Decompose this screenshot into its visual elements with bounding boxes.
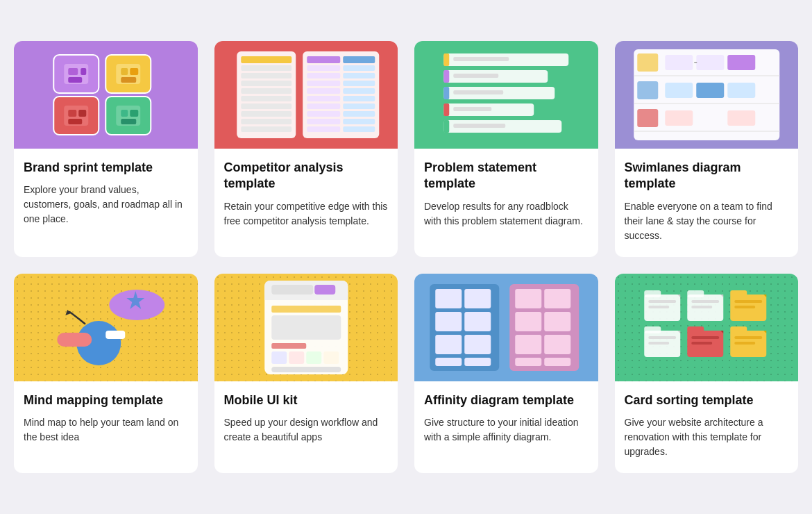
svg-rect-136: [687, 326, 704, 333]
svg-rect-86: [105, 331, 125, 339]
svg-rect-19: [121, 119, 136, 124]
svg-rect-99: [323, 351, 339, 364]
svg-rect-75: [696, 55, 724, 70]
svg-rect-44: [307, 103, 340, 109]
svg-rect-72: [637, 81, 658, 99]
svg-rect-43: [343, 96, 375, 101]
svg-rect-65: [453, 107, 491, 111]
card-swimlanes[interactable]: Swimlanes diagram template Enable everyo…: [615, 41, 799, 257]
card-mobile-ui[interactable]: Mobile UI kit Speed up your design workf…: [214, 274, 398, 473]
svg-rect-36: [307, 73, 340, 78]
svg-rect-105: [435, 312, 462, 331]
svg-rect-58: [443, 70, 449, 83]
svg-rect-60: [443, 103, 449, 116]
svg-rect-26: [241, 88, 291, 94]
card-desc-competitor: Retain your competitive edge with this f…: [224, 199, 389, 229]
card-image-mind-mapping: [14, 274, 198, 381]
card-affinity-diagram[interactable]: Affinity diagram template Give structure…: [414, 274, 598, 473]
svg-rect-9: [81, 68, 86, 75]
card-body-card-sorting: Card sorting template Give your website …: [615, 381, 799, 473]
svg-rect-133: [648, 336, 676, 339]
svg-rect-42: [307, 96, 340, 101]
svg-rect-79: [727, 83, 755, 98]
svg-rect-91: [271, 285, 313, 295]
svg-rect-21: [303, 51, 379, 138]
svg-rect-97: [289, 351, 304, 364]
svg-rect-8: [68, 68, 78, 75]
svg-rect-20: [237, 51, 296, 138]
svg-rect-118: [544, 358, 570, 366]
svg-rect-12: [130, 68, 138, 75]
card-body-competitor: Competitor analysis template Retain your…: [214, 149, 398, 242]
svg-rect-117: [515, 358, 541, 366]
svg-rect-104: [464, 289, 491, 308]
svg-rect-120: [644, 290, 661, 297]
card-title-brand-sprint: Brand sprint template: [24, 160, 188, 176]
svg-rect-93: [271, 306, 341, 313]
svg-rect-94: [271, 315, 341, 340]
svg-rect-132: [644, 326, 661, 333]
card-desc-card-sorting: Give your website architecture a renovat…: [625, 415, 789, 459]
svg-rect-24: [241, 73, 291, 78]
svg-rect-78: [696, 83, 724, 98]
svg-rect-40: [307, 88, 340, 94]
card-title-card-sorting: Card sorting template: [625, 392, 789, 408]
svg-rect-45: [343, 103, 375, 109]
svg-rect-59: [443, 87, 449, 99]
card-body-problem: Problem statement template Develop resul…: [414, 149, 598, 242]
svg-rect-61: [443, 120, 449, 133]
svg-rect-15: [78, 110, 86, 117]
svg-rect-76: [727, 55, 755, 70]
card-body-brand-sprint: Brand sprint template Explore your brand…: [14, 149, 198, 240]
template-grid: Brand sprint template Explore your brand…: [14, 41, 798, 473]
svg-rect-142: [734, 342, 755, 345]
card-image-competitor: [214, 41, 398, 149]
svg-rect-109: [435, 358, 462, 366]
card-desc-affinity: Give structure to your initial ideation …: [424, 415, 589, 445]
svg-rect-47: [343, 111, 375, 117]
svg-rect-95: [271, 343, 306, 349]
svg-rect-63: [453, 74, 498, 78]
svg-rect-74: [665, 55, 693, 70]
svg-rect-50: [307, 126, 340, 132]
svg-rect-51: [343, 126, 375, 132]
card-desc-brand-sprint: Explore your brand values, customers, go…: [24, 183, 188, 226]
svg-rect-77: [665, 83, 693, 98]
svg-rect-57: [443, 53, 449, 66]
svg-rect-130: [734, 306, 755, 308]
svg-rect-49: [343, 119, 375, 124]
svg-rect-39: [343, 81, 375, 86]
svg-rect-106: [464, 312, 491, 331]
card-desc-problem: Develop results for any roadblock with t…: [424, 199, 589, 229]
svg-rect-62: [453, 57, 509, 61]
card-desc-mobile-ui: Speed up your design workflow and create…: [224, 415, 389, 445]
card-card-sorting[interactable]: Card sorting template Give your website …: [615, 274, 799, 473]
svg-rect-81: [727, 110, 755, 126]
card-brand-sprint[interactable]: Brand sprint template Explore your brand…: [14, 41, 198, 257]
svg-rect-25: [241, 81, 291, 86]
svg-rect-32: [307, 56, 340, 63]
card-mind-mapping[interactable]: Mind mapping template Mind map to help y…: [14, 274, 198, 473]
svg-rect-111: [515, 289, 541, 308]
svg-rect-107: [435, 335, 462, 354]
card-title-affinity: Affinity diagram template: [424, 392, 589, 408]
svg-rect-22: [241, 56, 291, 63]
card-title-problem: Problem statement template: [424, 160, 589, 192]
svg-rect-23: [241, 65, 291, 71]
svg-rect-11: [121, 68, 128, 75]
card-image-swimlanes: [615, 41, 799, 149]
svg-rect-46: [307, 111, 340, 117]
card-competitor-analysis[interactable]: Competitor analysis template Retain your…: [214, 41, 398, 257]
card-image-brand-sprint: [14, 41, 198, 149]
svg-rect-121: [648, 300, 676, 303]
svg-rect-126: [691, 306, 712, 308]
card-problem-statement[interactable]: Problem statement template Develop resul…: [414, 41, 598, 257]
svg-rect-115: [515, 335, 541, 354]
card-image-card-sorting: [615, 274, 799, 381]
svg-rect-13: [121, 77, 136, 83]
svg-rect-30: [241, 119, 291, 124]
svg-rect-18: [130, 110, 138, 117]
svg-rect-41: [343, 88, 375, 94]
svg-rect-31: [241, 126, 291, 132]
svg-rect-66: [453, 124, 505, 128]
